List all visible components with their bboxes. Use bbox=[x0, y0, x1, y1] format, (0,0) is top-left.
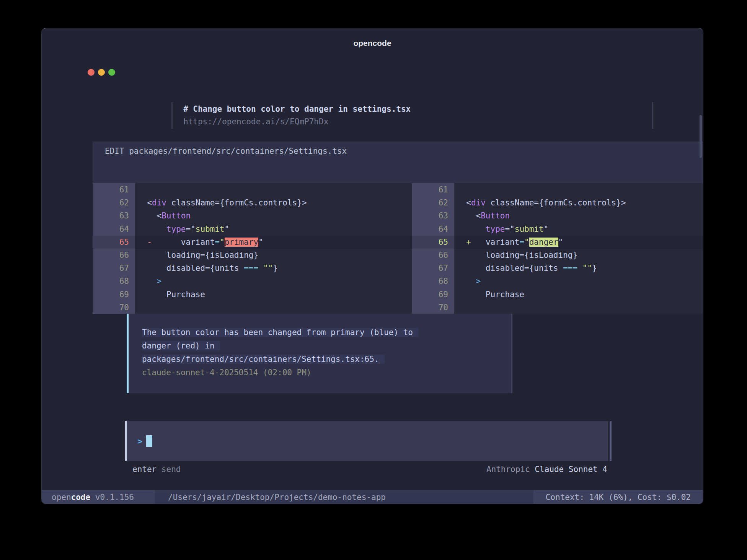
input-prompt-icon: > bbox=[137, 436, 142, 446]
diff-view: 6162 <div className={formCs.controls}>63… bbox=[93, 183, 703, 314]
line-number: 68 bbox=[412, 275, 454, 288]
prompt-heading: # Change button color to danger in setti… bbox=[183, 103, 652, 116]
app-version: v0.1.156 bbox=[90, 493, 134, 502]
keybind-key: enter bbox=[132, 465, 157, 474]
diff-row: 68 > bbox=[93, 275, 412, 288]
code-line: > bbox=[454, 275, 703, 288]
working-directory: /Users/jayair/Desktop/Projects/demo-note… bbox=[168, 490, 386, 504]
code-line bbox=[135, 183, 412, 196]
line-number: 70 bbox=[93, 301, 135, 314]
status-bar: opencode v0.1.156 /Users/jayair/Desktop/… bbox=[42, 490, 703, 504]
line-number: 61 bbox=[412, 183, 454, 196]
code-line bbox=[135, 301, 412, 314]
title-bar: opencode bbox=[42, 28, 703, 56]
code-line: disabled={units === ""} bbox=[454, 262, 703, 275]
code-line: + variant="danger" bbox=[454, 236, 703, 249]
diff-row: 67 disabled={units === ""} bbox=[412, 262, 703, 275]
message-accent-bar bbox=[127, 314, 129, 393]
context-cost-chip: Context: 14K (6%), Cost: $0.02 bbox=[533, 490, 703, 504]
code-line bbox=[454, 183, 703, 196]
line-number: 69 bbox=[412, 288, 454, 301]
line-number: 67 bbox=[93, 262, 135, 275]
diff-row: 65 - variant="primary" bbox=[93, 236, 412, 249]
code-line: > bbox=[135, 275, 412, 288]
line-number: 69 bbox=[93, 288, 135, 301]
text-cursor bbox=[146, 435, 152, 447]
keybind-hint: enter send bbox=[132, 463, 181, 476]
input-right-bar bbox=[610, 421, 612, 461]
diff-row: 64 type="submit" bbox=[412, 223, 703, 236]
diff-row: 69 Purchase bbox=[93, 288, 412, 301]
diff-row: 67 disabled={units === ""} bbox=[93, 262, 412, 275]
opencode-window: opencode # Change button color to danger… bbox=[41, 28, 703, 504]
line-number: 66 bbox=[412, 249, 454, 262]
zoom-button[interactable] bbox=[108, 69, 115, 76]
line-number: 63 bbox=[93, 209, 135, 222]
model-name: Claude Sonnet 4 bbox=[535, 465, 607, 474]
line-number: 68 bbox=[93, 275, 135, 288]
footer-hints: enter send Anthropic Claude Sonnet 4 bbox=[42, 463, 703, 476]
diff-row: 61 bbox=[412, 183, 703, 196]
input-line: > bbox=[137, 435, 152, 447]
line-number: 64 bbox=[93, 223, 135, 236]
diff-row: 68 > bbox=[412, 275, 703, 288]
line-number: 67 bbox=[412, 262, 454, 275]
edit-header: EDIT packages/frontend/src/containers/Se… bbox=[93, 142, 703, 157]
close-button[interactable] bbox=[88, 69, 95, 76]
keybind-action: send bbox=[157, 465, 181, 474]
diff-row: 62 <div className={formCs.controls}> bbox=[93, 196, 412, 209]
code-line: disabled={units === ""} bbox=[135, 262, 412, 275]
line-number: 65 bbox=[93, 236, 135, 249]
model-info: Anthropic Claude Sonnet 4 bbox=[486, 463, 607, 476]
message-meta: claude-sonnet-4-20250514 (02:00 PM) bbox=[142, 366, 512, 379]
window-title: opencode bbox=[42, 39, 703, 48]
edit-file-path: packages/frontend/src/containers/Setting… bbox=[129, 147, 347, 156]
diff-side-after: 6162 <div className={formCs.controls}>63… bbox=[412, 183, 703, 314]
minimize-button[interactable] bbox=[98, 69, 105, 76]
diff-row: 65 + variant="danger" bbox=[412, 236, 703, 249]
edit-diff-panel: EDIT packages/frontend/src/containers/Se… bbox=[93, 142, 703, 314]
code-line: type="submit" bbox=[135, 223, 412, 236]
code-line: Purchase bbox=[454, 288, 703, 301]
code-line: - variant="primary" bbox=[135, 236, 412, 249]
diff-scrollbar[interactable] bbox=[700, 115, 702, 158]
diff-row: 70 bbox=[93, 301, 412, 314]
provider-name: Anthropic bbox=[486, 465, 535, 474]
code-line: loading={isLoading} bbox=[135, 249, 412, 262]
prompt-share-url[interactable]: https://opencode.ai/s/EQmP7hDx bbox=[183, 116, 652, 128]
message-line: packages/frontend/src/containers/Setting… bbox=[142, 353, 512, 366]
app-name-code: code bbox=[71, 493, 91, 502]
diff-side-before: 6162 <div className={formCs.controls}>63… bbox=[93, 183, 412, 314]
diff-row: 61 bbox=[93, 183, 412, 196]
code-line: <Button bbox=[454, 209, 703, 222]
line-number: 62 bbox=[93, 196, 135, 209]
code-line bbox=[454, 301, 703, 314]
chat-input[interactable]: > bbox=[125, 421, 608, 461]
line-number: 65 bbox=[412, 236, 454, 249]
line-number: 64 bbox=[412, 223, 454, 236]
code-line: Purchase bbox=[135, 288, 412, 301]
message-right-bar bbox=[511, 314, 512, 393]
line-number: 63 bbox=[412, 209, 454, 222]
diff-row: 69 Purchase bbox=[412, 288, 703, 301]
app-name-open: open bbox=[52, 493, 71, 502]
diff-row: 63 <Button bbox=[93, 209, 412, 222]
diff-row: 66 loading={isLoading} bbox=[412, 249, 703, 262]
app-version-chip: opencode v0.1.156 bbox=[42, 490, 155, 504]
message-body: The button color has been changed from p… bbox=[127, 314, 512, 379]
line-number: 61 bbox=[93, 183, 135, 196]
edit-tool-label: EDIT bbox=[105, 147, 129, 156]
diff-row: 63 <Button bbox=[412, 209, 703, 222]
line-number: 70 bbox=[412, 301, 454, 314]
diff-row: 62 <div className={formCs.controls}> bbox=[412, 196, 703, 209]
diff-row: 70 bbox=[412, 301, 703, 314]
code-line: <div className={formCs.controls}> bbox=[454, 196, 703, 209]
line-number: 62 bbox=[412, 196, 454, 209]
line-number: 66 bbox=[93, 249, 135, 262]
message-line: The button color has been changed from p… bbox=[142, 326, 512, 339]
diff-row: 64 type="submit" bbox=[93, 223, 412, 236]
message-line: danger (red) in bbox=[142, 339, 512, 353]
code-line: loading={isLoading} bbox=[454, 249, 703, 262]
diff-row: 66 loading={isLoading} bbox=[93, 249, 412, 262]
code-line: type="submit" bbox=[454, 223, 703, 236]
